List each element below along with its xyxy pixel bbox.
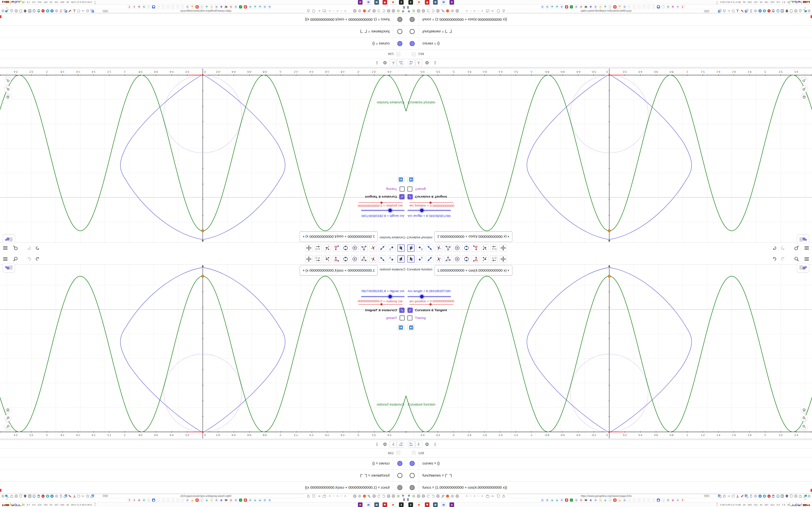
shield-icon[interactable] — [789, 8, 793, 13]
browser-action-icons[interactable]: AxAxD — [1, 8, 94, 13]
boxd-icon[interactable]: D — [780, 8, 784, 13]
step-button[interactable] — [407, 325, 415, 330]
visibility-marble[interactable] — [410, 41, 415, 46]
bookmark-favicon[interactable]: ◉ — [551, 5, 554, 8]
folder-icon[interactable] — [322, 494, 326, 499]
taskbar-apps[interactable]: ▮●✱▣▦◉ — [358, 502, 404, 507]
taskbar-app-icon[interactable]: ▮ — [399, 502, 404, 507]
bookmark-favicon[interactable]: ⬢ — [589, 5, 592, 8]
reload-icon[interactable] — [731, 494, 735, 499]
extension-icon[interactable] — [367, 8, 371, 13]
folder-icon[interactable] — [486, 8, 490, 13]
tool-reflect-about-line[interactable] — [481, 255, 489, 263]
tool-conic-through-points[interactable] — [342, 255, 349, 263]
bookmark-favicon[interactable]: ✓ — [239, 499, 242, 502]
plusc-icon[interactable] — [50, 494, 54, 499]
function-dropdown[interactable]: 1.000000000000 + cos(4.000000000000 x) ▼ — [435, 231, 512, 242]
bookmark-favicon[interactable]: ▲ — [191, 499, 194, 502]
bookmark-favicon[interactable]: G — [249, 499, 252, 502]
taskbar-app-icon[interactable]: ● — [417, 0, 421, 5]
bookmark-favicon[interactable]: G — [579, 5, 582, 8]
trash-icon[interactable] — [771, 494, 775, 499]
extension-icon[interactable] — [451, 8, 454, 13]
extension-icon[interactable] — [455, 8, 459, 13]
browser-action-icons[interactable]: AxAxD — [1, 494, 94, 499]
globec-icon[interactable] — [776, 494, 780, 499]
bookmark-favicon[interactable]: ⬡ — [652, 5, 655, 8]
bookmark-favicon[interactable]: ⬡ — [633, 5, 636, 8]
bookmark-favicon[interactable]: ⬢ — [671, 499, 674, 502]
algebra-tree-view-button[interactable] — [408, 59, 415, 66]
bookmark-favicon[interactable]: G — [575, 5, 578, 8]
home-button[interactable] — [5, 406, 11, 413]
gear-icon[interactable] — [1, 494, 5, 499]
search-icon[interactable] — [793, 256, 800, 262]
page-zoom-badge[interactable]: 81% — [102, 10, 108, 13]
download-icon[interactable] — [735, 494, 740, 499]
bookmark-favicon[interactable]: ◉ — [604, 5, 607, 8]
zoom-in-button[interactable] — [801, 86, 807, 92]
more-options-icon[interactable]: ⋮ — [433, 441, 438, 448]
extension-icon[interactable] — [396, 8, 400, 13]
tracing-checkbox[interactable] — [400, 315, 405, 321]
bookmarks-bar[interactable]: GG◉◉GЯ✓GGW⬢GG◉iЯ▲G⬡⬡⬡⬡⬡⬡●○G⬢✱f — [128, 5, 271, 8]
bookmark-favicon[interactable]: ⬡ — [642, 5, 646, 8]
menu-icon[interactable] — [2, 256, 9, 262]
bookmark-favicon[interactable]: G — [268, 499, 271, 502]
bookmark-favicon[interactable]: G — [594, 5, 597, 8]
bookmarks-overflow-icon[interactable]: ∧ — [804, 498, 806, 500]
extension-icon[interactable] — [441, 494, 445, 499]
tool-reflect-about-line[interactable] — [481, 244, 489, 252]
url-text[interactable]: https://www.geogebra.org/classic/aagcxh3… — [180, 495, 231, 497]
arc-position-slider-thumb[interactable] — [429, 303, 432, 305]
extension-icon[interactable] — [382, 494, 386, 499]
bookmark-favicon[interactable]: ● — [657, 499, 660, 502]
marker-icon[interactable] — [68, 494, 72, 499]
fx-view-button[interactable]: fx — [390, 441, 397, 448]
bookmark-favicon[interactable]: G — [599, 5, 602, 8]
tray-expand-icon[interactable]: ∧∧ — [94, 502, 96, 506]
extension-icon[interactable] — [362, 494, 366, 499]
extension-icon[interactable] — [353, 8, 357, 13]
bookmark-favicon[interactable]: G — [142, 5, 146, 8]
bookmark-favicon[interactable]: Я — [565, 5, 568, 8]
extension-icons[interactable] — [353, 494, 405, 499]
extension-icon[interactable] — [392, 8, 395, 13]
collapse-list-button[interactable]: − — [396, 52, 400, 56]
more-options-icon[interactable]: ⋮ — [433, 59, 438, 66]
arc-length-slider-thumb[interactable] — [388, 209, 392, 212]
extension-icon[interactable] — [362, 8, 366, 13]
lock-icon[interactable] — [306, 8, 310, 13]
bookmark-favicon[interactable]: ⬡ — [628, 5, 631, 8]
bookmark-favicon[interactable]: ✓ — [239, 5, 242, 8]
bookmark-favicon[interactable]: G — [210, 499, 213, 502]
extension-icon[interactable] — [396, 494, 400, 499]
bookmark-favicon[interactable]: G — [666, 5, 670, 8]
search-icon[interactable] — [12, 256, 19, 262]
mouse-icon[interactable] — [749, 494, 753, 499]
settings-gear-icon[interactable]: ⚙ — [382, 441, 389, 448]
tool-polygon[interactable] — [360, 255, 368, 263]
menu-icon[interactable] — [803, 245, 810, 251]
bookmark-favicon[interactable]: ⬡ — [642, 499, 646, 502]
bookmark-favicon[interactable]: W — [224, 5, 227, 8]
tool-line[interactable] — [379, 255, 386, 263]
arc-position-slider-thumb[interactable] — [429, 202, 432, 204]
zoom-in-button[interactable] — [5, 415, 11, 421]
bookmark-favicon[interactable]: Я — [565, 499, 568, 502]
bookmark-favicon[interactable]: Я — [196, 499, 199, 502]
trash-icon[interactable] — [771, 8, 775, 13]
gear-icon[interactable] — [754, 494, 757, 499]
tool-conic-through-points[interactable] — [463, 255, 470, 263]
marker-icon[interactable] — [740, 8, 744, 13]
extension-icon[interactable] — [377, 8, 381, 13]
backa-icon[interactable] — [491, 494, 495, 499]
bookmark-favicon[interactable]: ⬡ — [647, 5, 650, 8]
browser-action-icons[interactable]: AxAxD — [718, 8, 811, 13]
taskbar-apps[interactable]: ▮●✱▣▦◉ — [358, 0, 404, 5]
globe-icon[interactable] — [794, 494, 798, 499]
tool-line[interactable] — [379, 244, 386, 252]
visibility-marble[interactable] — [397, 473, 402, 478]
bookmark-favicon[interactable]: f — [128, 499, 131, 502]
boxd-icon[interactable]: D — [28, 494, 32, 499]
